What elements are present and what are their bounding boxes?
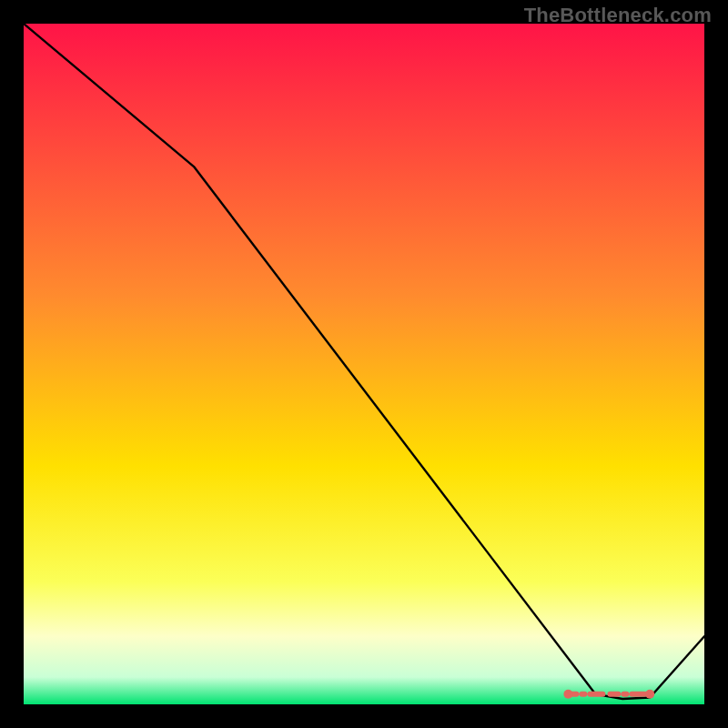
chart-frame: TheBottleneck.com: [0, 0, 728, 728]
marker-dot: [645, 690, 654, 699]
gradient-background: [24, 24, 704, 704]
marker-dot: [563, 690, 572, 699]
chart-svg: [24, 24, 704, 704]
bottleneck-chart: [24, 24, 704, 704]
